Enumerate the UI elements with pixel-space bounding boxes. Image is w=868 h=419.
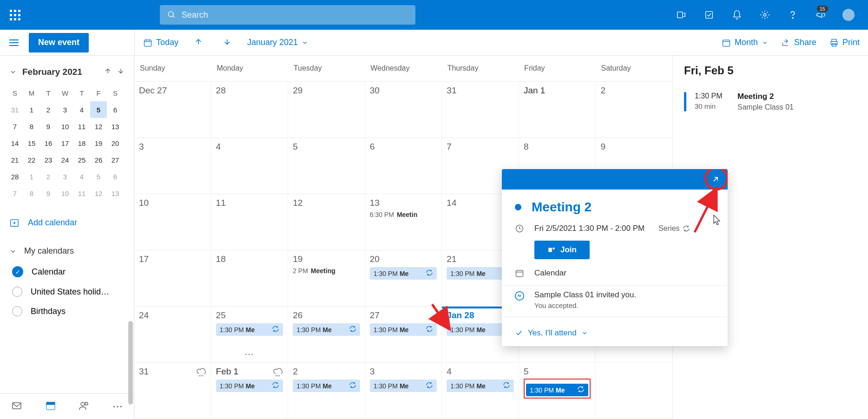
view-selector[interactable]: Month [722, 38, 768, 47]
day-cell[interactable]: 29 [288, 82, 365, 137]
scrollbar-thumb[interactable] [128, 321, 133, 405]
print-button[interactable]: Print [829, 38, 860, 47]
day-cell[interactable]: 17 [134, 250, 211, 306]
day-cell[interactable]: 136:30 PMMeetin [365, 194, 442, 250]
mini-day[interactable]: 12 [90, 118, 107, 135]
event-item[interactable]: 1:30 PM Me [526, 384, 589, 396]
mini-day[interactable]: 20 [107, 135, 124, 151]
rsvp-dropdown[interactable]: Yes, I'll attend [515, 322, 715, 338]
day-cell[interactable]: 2 [596, 82, 672, 137]
checkbox-unchecked[interactable] [12, 306, 22, 316]
day-cell[interactable]: 31 [134, 363, 211, 419]
card-title[interactable]: Meeting 2 [532, 200, 592, 215]
event-item[interactable]: 1:30 PM Me [293, 380, 360, 392]
mini-day[interactable]: 22 [23, 151, 40, 168]
search-input[interactable] [182, 10, 408, 20]
day-cell[interactable]: 11 [211, 194, 289, 250]
mini-prev[interactable] [104, 67, 112, 77]
join-button[interactable]: Join [534, 241, 590, 259]
day-cell[interactable] [596, 363, 672, 419]
mini-day[interactable]: 14 [7, 135, 23, 151]
calendar-tab[interactable] [45, 400, 56, 413]
mini-day[interactable]: 4 [73, 168, 90, 185]
day-cell[interactable]: 12 [288, 194, 365, 250]
today-button[interactable]: Today [143, 38, 178, 47]
day-cell[interactable]: 6 [365, 138, 442, 194]
mini-day[interactable]: 12 [90, 185, 107, 202]
mini-calendar-title[interactable]: February 2021 [22, 67, 82, 77]
mini-day[interactable]: 7 [7, 185, 23, 202]
people-tab[interactable] [79, 400, 90, 413]
checkbox-unchecked[interactable] [12, 287, 22, 297]
my-calendars-header[interactable]: My calendars [0, 241, 134, 262]
teams-icon[interactable] [667, 0, 695, 30]
mini-day[interactable]: 9 [40, 118, 57, 135]
event-item[interactable]: 1:30 PM Me [216, 380, 283, 392]
event-item[interactable]: 1:30 PM Me [370, 323, 437, 336]
day-cell[interactable]: 30 [365, 82, 442, 137]
todo-icon[interactable] [695, 0, 723, 30]
next-period[interactable] [218, 38, 236, 48]
mail-tab[interactable] [11, 400, 22, 413]
share-button[interactable]: Share [781, 38, 816, 47]
day-cell[interactable]: 51:30 PM Me [519, 363, 596, 419]
megaphone-icon[interactable]: 15 [807, 0, 835, 30]
mini-day[interactable]: 28 [7, 168, 23, 185]
day-cell[interactable]: 31:30 PM Me [365, 363, 442, 419]
day-cell[interactable]: 21:30 PM Me [288, 363, 365, 419]
mini-day[interactable]: 13 [107, 185, 124, 202]
day-cell[interactable]: 271:30 PM Me [365, 307, 442, 362]
day-cell[interactable]: Feb 11:30 PM Me [211, 363, 289, 419]
day-cell[interactable]: Dec 27 [134, 82, 211, 137]
search-box[interactable] [160, 5, 415, 25]
mini-day[interactable]: 11 [73, 185, 90, 202]
event-item[interactable]: 1:30 PM Me [293, 323, 360, 336]
event-item[interactable]: 6:30 PMMeetin [370, 211, 437, 218]
mini-day[interactable]: 27 [107, 151, 124, 168]
mini-day[interactable]: 15 [23, 135, 40, 151]
mini-day[interactable]: 5 [90, 168, 107, 185]
mini-day[interactable]: 9 [40, 185, 57, 202]
day-cell[interactable]: 261:30 PM Me [288, 307, 365, 362]
mini-day[interactable]: 23 [40, 151, 57, 168]
add-calendar[interactable]: Add calendar [0, 204, 134, 241]
chevron-down-icon[interactable] [9, 68, 17, 76]
day-cell[interactable]: 251:30 PM Me⋯ [211, 307, 289, 362]
day-cell[interactable]: 18 [211, 250, 289, 306]
mini-day[interactable]: 6 [107, 101, 124, 118]
mini-day[interactable]: 17 [57, 135, 73, 151]
calendar-item[interactable]: ✓Calendar [0, 262, 134, 282]
mini-day[interactable]: 8 [23, 118, 40, 135]
mini-day[interactable]: 10 [57, 118, 73, 135]
day-cell[interactable]: 5 [288, 138, 365, 194]
day-cell[interactable]: 28 [211, 82, 289, 137]
mini-day[interactable]: 4 [73, 101, 90, 118]
event-item[interactable]: 1:30 PM Me [216, 323, 283, 336]
mini-day[interactable]: 2 [40, 168, 57, 185]
more-events[interactable]: ⋯ [244, 348, 255, 360]
more-tab[interactable]: ⋯ [112, 400, 123, 412]
calendar-item[interactable]: Birthdays [0, 301, 134, 321]
agenda-item[interactable]: 1:30 PM30 minMeeting 2Sample Class 01 [684, 86, 857, 117]
mini-day[interactable]: 26 [90, 151, 107, 168]
help-icon[interactable] [779, 0, 807, 30]
new-event-button[interactable]: New event [29, 33, 89, 52]
day-cell[interactable]: 4 [211, 138, 289, 194]
mini-day[interactable]: 2 [40, 101, 57, 118]
mini-day[interactable]: 11 [73, 118, 90, 135]
day-cell[interactable]: 24 [134, 307, 211, 362]
notifications-icon[interactable] [723, 0, 751, 30]
settings-icon[interactable] [751, 0, 779, 30]
mini-day[interactable]: 13 [107, 118, 124, 135]
event-item[interactable]: 2 PMMeeting [293, 267, 360, 275]
mini-next[interactable] [117, 67, 125, 77]
hamburger-menu[interactable] [9, 39, 19, 46]
mini-day[interactable]: 1 [23, 168, 40, 185]
day-cell[interactable]: 41:30 PM Me [442, 363, 519, 419]
mini-day[interactable]: 25 [73, 151, 90, 168]
mini-day[interactable]: 6 [107, 168, 124, 185]
mini-day[interactable]: 18 [73, 135, 90, 151]
mini-day[interactable]: 8 [23, 185, 40, 202]
calendar-item[interactable]: United States holid… [0, 282, 134, 301]
day-cell[interactable]: Jan 1 [519, 82, 596, 137]
